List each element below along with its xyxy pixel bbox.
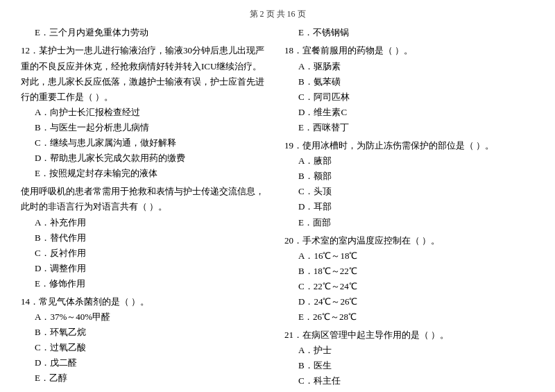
q13-text: 使用呼吸机的患者常需用于抢救和表情与护士传递交流信息，此时的非语言行为对语言共有… — [21, 184, 271, 214]
q14-opt-c: C．过氧乙酸 — [21, 340, 271, 355]
q21-opt-d: D．护士长 — [284, 389, 534, 392]
q21-opt-c: C．科主任 — [284, 373, 534, 389]
q12-opt-d: D．帮助患儿家长完成欠款用药的缴费 — [21, 151, 271, 166]
q20-opt-d: D．24℃～26℃ — [284, 294, 534, 309]
question-18: 18．宜餐前服用的药物是（ ）。 A．驱肠素 B．氨苯磺 C．阿司匹林 D．维生… — [284, 43, 534, 135]
q18-opt-e: E．西咪替丁 — [284, 120, 534, 135]
q19-opt-d: D．耳部 — [284, 199, 534, 214]
question-e-prev: E．三个月内避免重体力劳动 — [21, 25, 271, 40]
q19-opt-e: E．面部 — [284, 215, 534, 230]
q13-opt-e: E．修饰作用 — [21, 276, 271, 291]
q14-opt-a: A．37%～40%甲醛 — [21, 309, 271, 325]
option-e-stainless: E．不锈钢锅 — [284, 25, 534, 40]
q21-opt-b: B．医生 — [284, 358, 534, 373]
q13-opt-b: B．替代作用 — [21, 230, 271, 246]
q21-opt-a: A．护士 — [284, 343, 534, 358]
q12-opt-c: C．继续与患儿家属沟通，做好解释 — [21, 135, 271, 151]
q20-opt-c: C．22℃～24℃ — [284, 279, 534, 294]
question-e-stainless: E．不锈钢锅 — [284, 25, 534, 40]
q12-text: 12．某护士为一患儿进行输液治疗，输液30分钟后患儿出现严重的不良反应并休克，经… — [21, 43, 271, 104]
q15-text: 15．处理医嘱应先执行（ ）。 — [21, 389, 271, 392]
right-column: E．不锈钢锅 18．宜餐前服用的药物是（ ）。 A．驱肠素 B．氨苯磺 C．阿司… — [278, 25, 534, 392]
main-content: E．三个月内避免重体力劳动 12．某护士为一患儿进行输液治疗，输液30分钟后患儿… — [21, 25, 534, 392]
q20-opt-b: B．18℃～22℃ — [284, 264, 534, 279]
q14-opt-b: B．环氧乙烷 — [21, 325, 271, 340]
left-column: E．三个月内避免重体力劳动 12．某护士为一患儿进行输液治疗，输液30分钟后患儿… — [21, 25, 278, 392]
question-12: 12．某护士为一患儿进行输液治疗，输液30分钟后患儿出现严重的不良反应并休克，经… — [21, 43, 271, 181]
q13-opt-c: C．反衬作用 — [21, 246, 271, 261]
question-19: 19．使用冰槽时，为防止冻伤需保护的部位是（ ）。 A．腋部 B．额部 C．头顶… — [284, 138, 534, 230]
q18-opt-b: B．氨苯磺 — [284, 74, 534, 90]
q20-text: 20．手术室的室内温度应控制在（ ）。 — [284, 233, 534, 248]
question-14: 14．常见气体杀菌剂的是（ ）。 A．37%～40%甲醛 B．环氧乙烷 C．过氧… — [21, 294, 271, 386]
q12-opt-b: B．与医生一起分析患儿病情 — [21, 120, 271, 135]
q12-opt-e: E．按照规定封存未输完的液体 — [21, 166, 271, 181]
q19-opt-b: B．额部 — [284, 169, 534, 184]
q18-text: 18．宜餐前服用的药物是（ ）。 — [284, 43, 534, 58]
q19-opt-a: A．腋部 — [284, 153, 534, 169]
q14-text: 14．常见气体杀菌剂的是（ ）。 — [21, 294, 271, 309]
page-footer: 第 2 页 共 16 页 — [21, 7, 534, 21]
question-20: 20．手术室的室内温度应控制在（ ）。 A．16℃～18℃ B．18℃～22℃ … — [284, 233, 534, 325]
q18-opt-c: C．阿司匹林 — [284, 90, 534, 105]
q12-opt-a: A．向护士长汇报检查经过 — [21, 105, 271, 120]
q19-opt-c: C．头顶 — [284, 184, 534, 199]
q14-opt-e: E．乙醇 — [21, 370, 271, 386]
q13-opt-d: D．调整作用 — [21, 261, 271, 276]
question-13: 使用呼吸机的患者常需用于抢救和表情与护士传递交流信息，此时的非语言行为对语言共有… — [21, 184, 271, 291]
q19-text: 19．使用冰槽时，为防止冻伤需保护的部位是（ ）。 — [284, 138, 534, 153]
q21-text: 21．在病区管理中起主导作用的是（ ）。 — [284, 327, 534, 343]
q20-opt-a: A．16℃～18℃ — [284, 248, 534, 264]
question-21: 21．在病区管理中起主导作用的是（ ）。 A．护士 B．医生 C．科主任 D．护… — [284, 327, 534, 392]
q20-opt-e: E．26℃～28℃ — [284, 309, 534, 325]
question-15: 15．处理医嘱应先执行（ ）。 A．新开的长期医嘱 B．即刻医嘱 C．定期执行的… — [21, 389, 271, 392]
q13-opt-a: A．补充作用 — [21, 215, 271, 230]
option-e-prev: E．三个月内避免重体力劳动 — [21, 25, 271, 40]
q18-opt-a: A．驱肠素 — [284, 59, 534, 74]
q14-opt-d: D．戊二醛 — [21, 355, 271, 370]
q18-opt-d: D．维生素C — [284, 105, 534, 120]
